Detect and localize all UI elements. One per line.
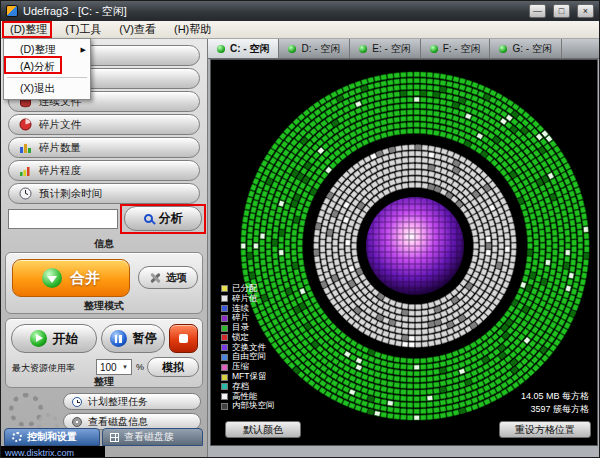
close-button[interactable]: × bbox=[577, 4, 594, 18]
drive-tab-f[interactable]: F: - 空闲 bbox=[421, 39, 491, 58]
drive-tab-e[interactable]: E: - 空闲 bbox=[350, 39, 420, 58]
menu-tools[interactable]: (T)工具 bbox=[56, 20, 110, 39]
menu-help[interactable]: (H)帮助 bbox=[165, 20, 220, 39]
mode-panel: 合并 选项 整理模式 bbox=[5, 252, 203, 314]
minimize-button[interactable]: — bbox=[529, 4, 546, 18]
play-icon bbox=[30, 330, 47, 347]
magnifier-icon bbox=[144, 214, 153, 223]
dropdown-item-exit[interactable]: (X)退出 bbox=[4, 80, 90, 97]
disk-canvas: 已分配碎片值连续碎片目录锁定交换文件自由空间压缩MFT保留存档高性能内部块空间 … bbox=[210, 59, 598, 446]
app-icon bbox=[6, 5, 18, 17]
clock-icon bbox=[72, 397, 82, 407]
drive-tab-c[interactable]: C: - 空闲 bbox=[208, 39, 279, 58]
stop-button[interactable] bbox=[169, 324, 198, 353]
bar-chart-icon bbox=[19, 141, 32, 154]
sphere-grid bbox=[365, 196, 465, 296]
legend-swatch bbox=[221, 393, 228, 400]
drive-icon bbox=[499, 45, 507, 53]
legend-swatch bbox=[221, 334, 228, 341]
legend-swatch bbox=[221, 374, 228, 381]
dropdown-item-defrag[interactable]: (D)整理 ▶ bbox=[4, 41, 90, 58]
stat-row-fragmented-files[interactable]: 碎片文件 bbox=[8, 114, 200, 135]
default-colors-button[interactable]: 默认颜色 bbox=[225, 421, 301, 438]
legend-swatch bbox=[221, 354, 228, 361]
legend-item: 内部块空间 bbox=[221, 402, 275, 412]
tab-disk-clusters[interactable]: 查看磁盘簇 bbox=[102, 428, 203, 446]
pie-chart-icon bbox=[19, 118, 32, 131]
mode-caption: 整理模式 bbox=[6, 299, 202, 313]
window-title: Udefrag3 - [C: - 空闲] bbox=[23, 4, 522, 19]
legend-label: 内部块空间 bbox=[232, 400, 275, 412]
drive-icon bbox=[217, 45, 225, 53]
drive-tab-g[interactable]: G: - 空闲 bbox=[490, 39, 561, 58]
legend-swatch bbox=[221, 305, 228, 312]
percent-label: % bbox=[136, 362, 144, 372]
info-caption: 信息 bbox=[1, 237, 207, 251]
pause-button[interactable]: 暂停 bbox=[101, 324, 165, 353]
menu-defrag[interactable]: (D)整理 bbox=[1, 20, 56, 39]
submenu-arrow-icon: ▶ bbox=[81, 41, 86, 58]
sidebar: 连续文件 碎片文件 碎片数量 碎片程度 预计剩余时间 bbox=[1, 39, 208, 458]
drive-tab-bar: C: - 空闲 D: - 空闲 E: - 空闲 F: - 空闲 G: - 空闲 bbox=[208, 39, 599, 59]
legend-swatch bbox=[221, 383, 228, 390]
wrench-icon bbox=[149, 272, 161, 284]
resource-label: 最大资源使用率 bbox=[12, 362, 75, 375]
legend: 已分配碎片值连续碎片目录锁定交换文件自由空间压缩MFT保留存档高性能内部块空间 bbox=[221, 284, 275, 411]
legend-swatch bbox=[221, 403, 228, 410]
stat-row-fragment-count[interactable]: 碎片数量 bbox=[8, 137, 200, 158]
legend-swatch bbox=[221, 325, 228, 332]
defrag-dropdown-menu: (D)整理 ▶ (A)分析 (X)退出 bbox=[3, 38, 91, 100]
drive-icon bbox=[430, 45, 438, 53]
menu-separator bbox=[7, 77, 87, 78]
block-size-clusters: 3597 簇每方格 bbox=[449, 403, 589, 416]
block-size-mb: 14.05 MB 每方格 bbox=[449, 390, 589, 403]
title-bar: Udefrag3 - [C: - 空闲] — □ × bbox=[1, 1, 599, 21]
drive-icon bbox=[288, 45, 296, 53]
stop-icon bbox=[179, 334, 188, 343]
defrag-caption: 整理 bbox=[6, 375, 202, 389]
start-button[interactable]: 开始 bbox=[11, 324, 97, 353]
tab-control-settings[interactable]: 控制和设置 bbox=[4, 428, 100, 446]
level-bars-icon bbox=[19, 164, 32, 177]
dropdown-item-analyze[interactable]: (A)分析 bbox=[4, 58, 90, 75]
disc-icon bbox=[72, 417, 82, 427]
simulate-button[interactable]: 模拟 bbox=[147, 357, 199, 377]
menu-bar: (D)整理 (T)工具 (V)查看 (H)帮助 bbox=[1, 21, 599, 39]
website-link[interactable]: www.disktrix.com bbox=[1, 446, 105, 458]
maximize-button[interactable]: □ bbox=[553, 4, 570, 18]
menu-view[interactable]: (V)查看 bbox=[110, 20, 165, 39]
transport-panel: 开始 暂停 最大资源使用率 100 % 模拟 整理 bbox=[5, 318, 203, 388]
options-button[interactable]: 选项 bbox=[138, 266, 198, 289]
stat-row-fragment-level[interactable]: 碎片程度 bbox=[8, 160, 200, 181]
legend-swatch bbox=[221, 344, 228, 351]
gear-icon bbox=[12, 432, 22, 442]
legend-swatch bbox=[221, 295, 228, 302]
legend-swatch bbox=[221, 364, 228, 371]
analyze-input[interactable] bbox=[8, 209, 118, 229]
stat-row-time-remaining[interactable]: 预计剩余时间 bbox=[8, 183, 200, 204]
reset-blocks-button[interactable]: 重设方格位置 bbox=[499, 421, 591, 438]
drive-tab-d[interactable]: D: - 空闲 bbox=[279, 39, 350, 58]
clock-icon bbox=[19, 187, 32, 200]
analyze-button[interactable]: 分析 bbox=[124, 206, 202, 231]
merge-button[interactable]: 合并 bbox=[12, 259, 130, 297]
merge-download-icon bbox=[42, 268, 62, 288]
schedule-button[interactable]: 计划整理任务 bbox=[63, 393, 201, 410]
grid-icon bbox=[110, 433, 119, 442]
legend-swatch bbox=[221, 285, 228, 292]
pause-icon bbox=[110, 330, 127, 347]
legend-swatch bbox=[221, 315, 228, 322]
resource-select[interactable]: 100 bbox=[96, 359, 132, 375]
app-window: Udefrag3 - [C: - 空闲] — □ × (D)整理 (T)工具 (… bbox=[0, 0, 600, 458]
drive-icon bbox=[359, 45, 367, 53]
